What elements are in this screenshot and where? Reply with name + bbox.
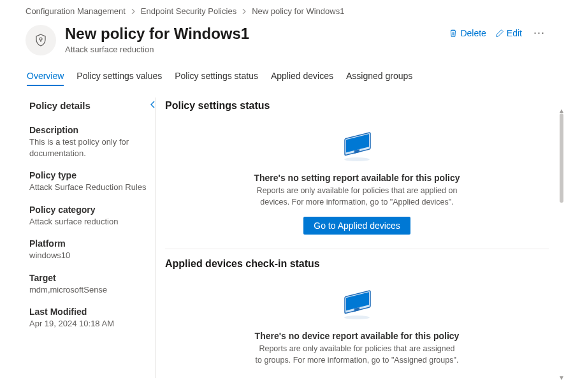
svg-point-7 [344, 316, 370, 319]
detail-policy-category: Policy category Attack surface reduction [29, 205, 148, 228]
detail-value: windows10 [29, 250, 148, 261]
detail-value: Attack surface reduction [29, 216, 148, 228]
detail-value: Attack Surface Reduction Rules [29, 182, 148, 193]
chevron-right-icon [242, 8, 247, 15]
go-to-applied-devices-button[interactable]: Go to Applied devices [303, 217, 410, 235]
chevron-right-icon [131, 8, 136, 15]
detail-label: Target [29, 273, 148, 283]
empty-state-settings: There's no setting report available for … [165, 129, 549, 249]
tab-policy-settings-values[interactable]: Policy settings values [76, 71, 162, 86]
tab-policy-settings-status[interactable]: Policy settings status [175, 71, 258, 86]
detail-platform: Platform windows10 [29, 238, 148, 261]
monitor-illustration-icon [337, 129, 377, 163]
empty-settings-title: There's no setting report available for … [184, 173, 530, 183]
detail-value: Apr 19, 2024 10:18 AM [29, 318, 148, 330]
delete-label: Delete [460, 28, 486, 38]
detail-label: Description [29, 125, 148, 135]
breadcrumb-item-1[interactable]: Endpoint Security Policies [141, 6, 236, 16]
empty-settings-desc: Reports are only available for policies … [255, 185, 459, 208]
detail-value: This is a test policy only for documenta… [29, 136, 148, 159]
collapse-panel-button[interactable] [149, 100, 157, 110]
empty-devices-title: There's no device report available for t… [184, 331, 530, 341]
more-actions-button[interactable]: ··· [531, 26, 548, 40]
pencil-icon [495, 29, 504, 38]
detail-label: Last Modified [29, 307, 148, 317]
detail-label: Policy type [29, 170, 148, 180]
breadcrumb-item-2: New policy for Windows1 [252, 6, 344, 16]
scrollbar[interactable]: ▲ ▼ [559, 107, 564, 381]
scroll-down-arrow-icon[interactable]: ▼ [558, 374, 565, 381]
svg-point-0 [40, 38, 42, 40]
detail-policy-type: Policy type Attack Surface Reduction Rul… [29, 170, 148, 193]
trash-icon [449, 29, 458, 38]
detail-last-modified: Last Modified Apr 19, 2024 10:18 AM [29, 307, 148, 330]
vertical-divider [156, 98, 156, 378]
monitor-illustration-icon [337, 287, 377, 321]
tab-applied-devices[interactable]: Applied devices [271, 71, 333, 86]
breadcrumb-item-0[interactable]: Configuration Management [25, 6, 126, 16]
section-applied-devices-title: Applied devices check-in status [165, 258, 549, 270]
edit-label: Edit [507, 28, 522, 38]
edit-button[interactable]: Edit [495, 28, 522, 38]
scroll-thumb[interactable] [560, 113, 563, 203]
page-subtitle: Attack surface reduction [65, 45, 440, 54]
section-policy-settings-status-title: Policy settings status [165, 100, 549, 112]
svg-point-3 [344, 157, 370, 161]
detail-target: Target mdm,microsoftSense [29, 273, 148, 296]
tab-overview[interactable]: Overview [27, 71, 64, 86]
detail-value: mdm,microsoftSense [29, 284, 148, 296]
policy-details-panel: Policy details Description This is a tes… [25, 98, 153, 376]
main-panel: Policy settings status There's no settin… [165, 98, 560, 376]
policy-shield-icon [25, 25, 56, 55]
detail-label: Platform [29, 238, 148, 249]
detail-description: Description This is a test policy only f… [29, 125, 148, 159]
breadcrumb: Configuration Management Endpoint Securi… [0, 0, 573, 21]
delete-button[interactable]: Delete [449, 28, 486, 38]
tabs: Overview Policy settings values Policy s… [0, 55, 573, 86]
policy-details-title: Policy details [29, 100, 148, 111]
tab-assigned-groups[interactable]: Assigned groups [346, 71, 412, 86]
empty-state-devices: There's no device report available for t… [165, 287, 549, 376]
page-title: New policy for Windows1 [65, 25, 440, 43]
empty-devices-desc: Reports are only available for policies … [255, 344, 459, 366]
detail-label: Policy category [29, 205, 148, 215]
